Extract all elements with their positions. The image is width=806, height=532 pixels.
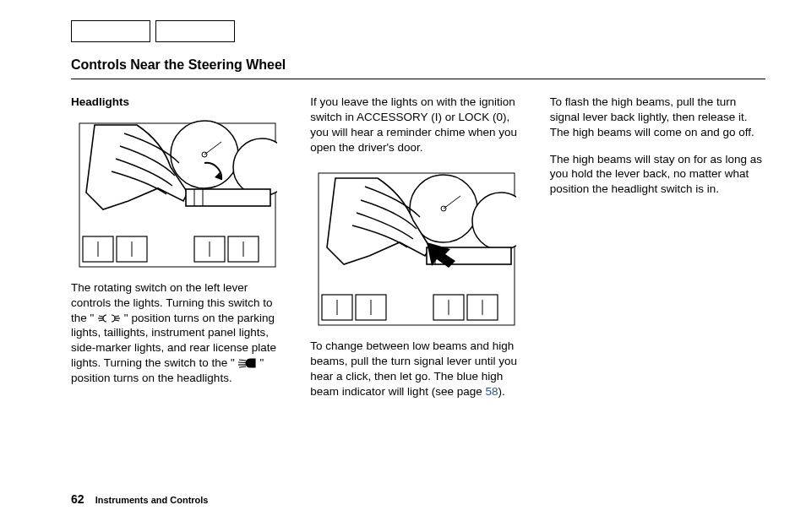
column-1: Headlights	[71, 95, 286, 411]
column-3: To flash the high beams, pull the turn s…	[550, 95, 765, 411]
illustration-headlight-switch	[78, 117, 277, 269]
svg-line-27	[239, 366, 246, 367]
col3-para1: To flash the high beams, pull the turn s…	[550, 95, 765, 139]
col2-p2-part-b: ).	[498, 385, 504, 398]
nav-box-next[interactable]	[155, 20, 235, 42]
svg-line-25	[238, 362, 246, 363]
svg-line-20	[99, 320, 103, 321]
col1-para1: The rotating switch on the left lever co…	[71, 280, 286, 386]
col2-para2: To change between low beams and high bea…	[310, 339, 526, 399]
column-2: If you leave the lights on with the igni…	[310, 95, 526, 411]
title-rule	[71, 79, 765, 79]
page-footer: 62 Instruments and Controls	[71, 491, 208, 507]
svg-line-21	[115, 316, 119, 317]
col3-para2: The high beams will stay on for as long …	[550, 152, 765, 197]
headlight-icon	[238, 358, 257, 368]
header-nav-boxes	[71, 20, 765, 42]
svg-line-18	[99, 316, 103, 317]
svg-line-23	[115, 320, 119, 321]
svg-line-24	[239, 360, 246, 361]
nav-box-prev[interactable]	[71, 20, 150, 42]
page-title: Controls Near the Steering Wheel	[71, 56, 765, 73]
footer-section: Instruments and Controls	[95, 495, 209, 505]
svg-rect-6	[186, 189, 270, 206]
parking-lights-icon	[97, 313, 121, 323]
illustration-highbeam-lever	[317, 166, 516, 327]
page-number: 62	[71, 492, 84, 506]
page-link-58[interactable]: 58	[485, 385, 498, 398]
col2-para1: If you leave the lights on with the igni…	[310, 95, 526, 155]
subhead-headlights: Headlights	[71, 95, 286, 110]
content-columns: Headlights	[71, 95, 765, 411]
